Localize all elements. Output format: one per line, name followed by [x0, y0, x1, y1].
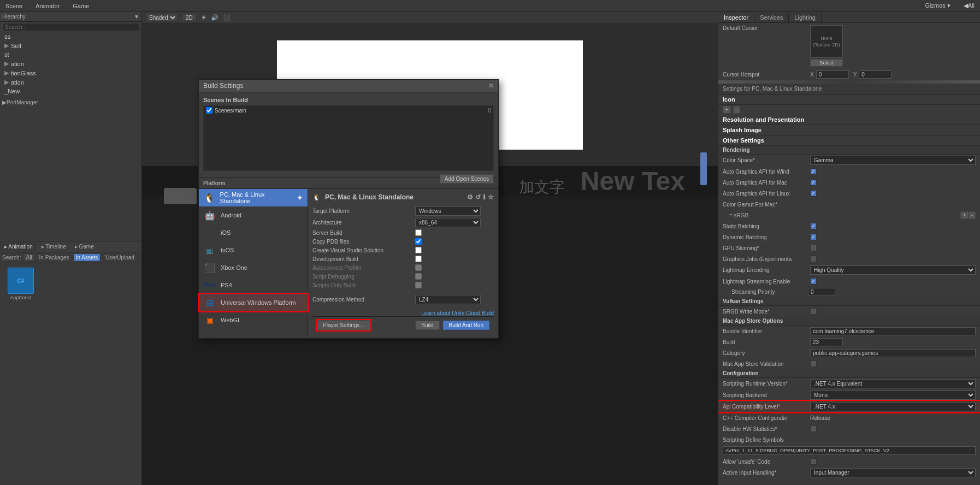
lightmap-encoding-select[interactable]: High Quality	[810, 265, 976, 275]
platform-ios[interactable]: iOS	[199, 224, 308, 241]
cursor-x-input[interactable]	[816, 70, 849, 79]
icon-header[interactable]: Icon	[718, 94, 980, 105]
sidebar-item-ation: ▶ation	[0, 59, 141, 68]
platform-pc-active-indicator: ✦	[297, 193, 303, 202]
color-space-select[interactable]: Gamma Linear	[810, 156, 976, 165]
gpu-skinning-label: GPU Skinning*	[723, 245, 810, 251]
architecture-select[interactable]: x86_64 x86	[415, 218, 481, 227]
auto-graphics-mac-label: Auto Graphics API for Mac	[723, 180, 810, 186]
streaming-priority-input[interactable]	[808, 288, 835, 296]
compression-select[interactable]: LZ4 Default LZ4HC	[415, 295, 481, 304]
platform-uwp[interactable]: ⊞ Universal Windows Platform	[199, 294, 308, 311]
scene-checkbox-main[interactable]	[206, 107, 212, 114]
left-sidebar: Hierarchy ▼ ss ▶Self st ▶ation ▶tionGlas…	[0, 12, 142, 485]
auto-graphics-win-row: Auto Graphics API for Wind	[718, 166, 980, 177]
scripting-runtime-select[interactable]: .NET 4.x Equivalent	[810, 379, 976, 388]
platform-title-icon: 🐧	[312, 193, 321, 201]
tab-services[interactable]: Services	[754, 13, 789, 22]
tab-inspector[interactable]: Inspector	[718, 13, 754, 22]
scripting-backend-select[interactable]: Mono	[810, 391, 976, 400]
build-settings-close-btn[interactable]: ✕	[488, 82, 494, 90]
menu-scene[interactable]: Scene	[2, 2, 26, 10]
api-compat-select[interactable]: .NET 4.x	[810, 402, 976, 411]
build-settings-window[interactable]: Build Settings ✕ Scenes In Build Scenes/…	[198, 79, 499, 339]
copy-pdb-check[interactable]	[415, 238, 422, 245]
platform-android[interactable]: 🤖 Android	[199, 206, 308, 224]
player-settings-btn[interactable]: Player Settings...	[317, 320, 370, 330]
platform-webgl[interactable]: ▣ WebGL	[199, 311, 308, 329]
platform-ps4[interactable]: PS4 PS4	[199, 276, 308, 294]
2d-btn[interactable]: 2D	[182, 14, 197, 22]
tab-timeline[interactable]: ▸ Timeline	[37, 242, 70, 251]
static-batching-check[interactable]	[810, 223, 817, 229]
scene-path-main: Scenes/main	[215, 108, 246, 114]
auto-graphics-linux-check[interactable]	[810, 190, 817, 197]
platform-info-icon: ℹ	[483, 193, 486, 201]
tab-lighting[interactable]: Lighting	[789, 13, 822, 22]
all-btn[interactable]: ◀All	[960, 1, 978, 10]
mac-validation-check[interactable]	[810, 360, 817, 367]
create-vs-check[interactable]	[415, 247, 422, 253]
add-color-gamut-btn[interactable]: +	[960, 211, 969, 219]
disable-hw-check[interactable]	[810, 425, 817, 432]
cloud-link[interactable]: Learn about Unity Cloud Build	[421, 310, 494, 316]
tab-animation[interactable]: ▸ Animation	[0, 242, 37, 251]
menu-game[interactable]: Game	[69, 2, 92, 10]
search-in-packages[interactable]: In Packages	[37, 254, 72, 261]
compression-row: Compression Method LZ4 Default LZ4HC	[312, 294, 494, 305]
remove-icon-btn[interactable]: -	[733, 106, 740, 114]
build-row: Build	[718, 336, 980, 347]
build-num-input[interactable]	[810, 338, 843, 346]
server-build-check[interactable]	[415, 229, 422, 236]
scripting-backend-row: Scripting Backend Mono	[718, 389, 980, 401]
cursor-y-input[interactable]	[859, 70, 892, 79]
other-settings-header[interactable]: Other Settings	[718, 135, 980, 146]
hierarchy-search[interactable]	[2, 23, 139, 31]
scene-num-main: 0	[488, 108, 491, 114]
sidebar-item-ation2: ▶ation	[0, 78, 141, 87]
platform-xbox[interactable]: ⬛ Xbox One	[199, 259, 308, 276]
add-icon-btn[interactable]: +	[723, 106, 731, 114]
splash-header[interactable]: Splash Image	[718, 125, 980, 135]
api-compat-label: Api Compatibility Level*	[723, 404, 810, 410]
gizmos-btn[interactable]: Gizmos ▾	[922, 1, 953, 10]
hierarchy-collapse[interactable]: ▼	[134, 14, 139, 20]
graphics-jobs-check[interactable]	[810, 256, 817, 262]
script-debug-check	[415, 273, 422, 280]
remove-color-gamut-btn[interactable]: -	[969, 211, 976, 219]
target-platform-select[interactable]: Windows Mac OS X Linux	[415, 206, 481, 216]
auto-graphics-win-check[interactable]	[810, 168, 817, 175]
scroll-indicator[interactable]	[700, 152, 707, 185]
allow-unsafe-row: Allow 'unsafe' Code	[718, 456, 980, 467]
select-cursor-btn[interactable]: Select	[810, 59, 843, 67]
category-input[interactable]	[810, 349, 976, 357]
scripting-symbols-input[interactable]	[723, 446, 976, 455]
build-btn[interactable]: Build	[415, 321, 439, 330]
tab-game[interactable]: ▸ Game	[70, 242, 98, 251]
gpu-skinning-check[interactable]	[810, 245, 817, 251]
dynamic-batching-check[interactable]	[810, 234, 817, 240]
search-all-btn[interactable]: All	[23, 253, 34, 262]
scripts-only-row: Scripts Only Build	[312, 281, 494, 289]
bundle-id-input[interactable]	[810, 327, 976, 335]
asset-item-appconst[interactable]: C# AppConst	[4, 268, 37, 300]
search-user-upload[interactable]: 'UserUpload	[102, 254, 137, 261]
search-in-assets[interactable]: In Assets	[74, 254, 101, 261]
menu-animator[interactable]: Animator	[32, 2, 63, 10]
active-input-select[interactable]: Input Manager	[810, 468, 976, 477]
resolution-header[interactable]: Resolution and Presentation	[718, 115, 980, 125]
add-open-scenes-btn[interactable]: Add Open Scenes	[440, 174, 494, 184]
dev-build-check[interactable]	[415, 256, 422, 262]
platform-tvos[interactable]: 📺 tvOS	[199, 241, 308, 259]
platform-star-icon: ☆	[488, 193, 494, 201]
platform-pc-mac[interactable]: 🐧 PC, Mac & Linux Standalone ✦	[199, 189, 308, 206]
lightmap-streaming-check[interactable]	[810, 278, 817, 285]
build-and-run-btn[interactable]: Build And Run	[443, 321, 489, 330]
auto-graphics-mac-check[interactable]	[810, 179, 817, 186]
allow-unsafe-check[interactable]	[810, 458, 817, 465]
srgb-write-check[interactable]	[810, 308, 817, 315]
shaded-select[interactable]: Shaded	[146, 14, 178, 22]
right-panel: Inspector Services Lighting Default Curs…	[718, 12, 980, 485]
platform-title-row: 🐧 PC, Mac & Linux Standalone ⚙ ↺ ℹ ☆	[312, 193, 494, 201]
platform-gear-icon: ⚙	[467, 193, 473, 201]
